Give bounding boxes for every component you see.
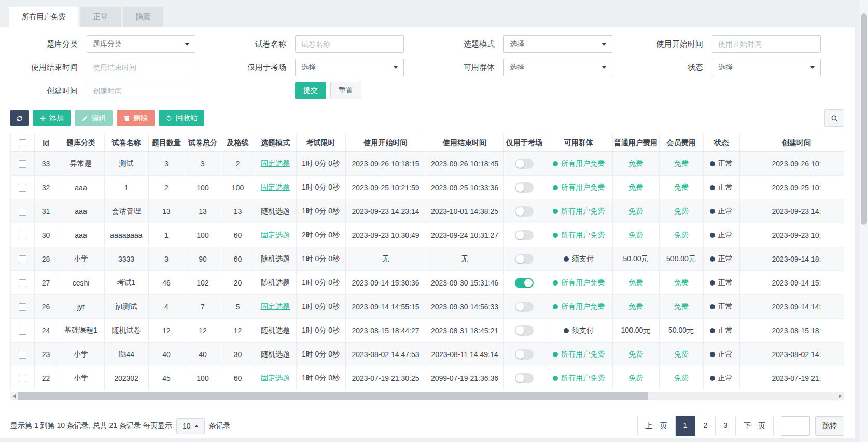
next-page-button[interactable]: 下一页	[736, 416, 774, 436]
exam-only-toggle[interactable]	[515, 206, 534, 217]
exam-only-toggle[interactable]	[515, 302, 534, 312]
selection-mode-text[interactable]: 固定选题	[261, 302, 290, 310]
filter-select[interactable]: 题库分类	[87, 35, 195, 53]
cell-pass-line: 2	[221, 152, 255, 176]
row-checkbox[interactable]	[19, 279, 26, 287]
cell-exam-only	[503, 223, 545, 247]
member-fee-text: 免费	[674, 374, 689, 382]
row-checkbox[interactable]	[19, 255, 26, 263]
page-size-dropdown[interactable]: 10	[176, 418, 205, 434]
cell-end-time: 无	[426, 247, 503, 271]
tab-1[interactable]: 所有用户免费	[9, 7, 78, 27]
row-checkbox[interactable]	[19, 303, 26, 311]
tab-3[interactable]: 隐藏	[123, 7, 163, 27]
select-value: 选择	[718, 63, 733, 72]
row-checkbox[interactable]	[19, 184, 26, 192]
selection-mode-text[interactable]: 固定选题	[261, 231, 290, 239]
scroll-left-arrow-icon[interactable]	[10, 392, 18, 400]
records-info-prefix: 显示第 1 到第 10 条记录, 总共 21 条记录 每页显示	[10, 421, 172, 431]
group-status-dot	[553, 352, 558, 357]
prev-page-button[interactable]: 上一页	[637, 416, 676, 436]
refresh-button[interactable]	[10, 110, 29, 126]
reset-button[interactable]: 重置	[330, 82, 361, 99]
group-status-dot	[553, 376, 558, 381]
exam-only-toggle[interactable]	[515, 373, 534, 383]
row-checkbox[interactable]	[19, 351, 26, 359]
page-button-2[interactable]: 2	[695, 416, 716, 436]
selection-mode-text[interactable]: 固定选题	[261, 159, 290, 167]
exam-only-toggle[interactable]	[515, 159, 534, 169]
column-header-3: 试卷名称	[104, 134, 148, 152]
cell-created-time: 2023-09-25 10:	[739, 176, 844, 199]
cell-group: 所有用户免费	[545, 271, 612, 295]
jump-button[interactable]: 跳转	[815, 416, 844, 436]
cell-member-fee: 免费	[659, 152, 703, 176]
cell-status: 正常	[703, 223, 739, 247]
row-checkbox[interactable]	[19, 160, 26, 168]
delete-button[interactable]: 删除	[117, 110, 155, 126]
v-scroll-thumb[interactable]	[861, 13, 867, 225]
filter-label: 选题模式	[427, 39, 495, 49]
selection-mode-text[interactable]: 固定选题	[261, 183, 290, 191]
exam-only-toggle[interactable]	[515, 278, 534, 288]
selection-mode-text[interactable]: 固定选题	[261, 374, 290, 382]
cell-paper-name: 随机试卷	[104, 319, 148, 343]
column-header-12: 可用群体	[545, 134, 612, 152]
page-button-1[interactable]: 1	[676, 416, 696, 436]
add-button[interactable]: 添加	[33, 110, 71, 126]
row-checkbox[interactable]	[19, 208, 26, 216]
filter-select[interactable]: 选择	[503, 35, 612, 53]
group-status-dot	[553, 280, 558, 286]
exam-only-toggle[interactable]	[515, 230, 534, 240]
cell-question-count: 1	[148, 223, 185, 247]
horizontal-scrollbar[interactable]	[10, 392, 844, 400]
page-button-3[interactable]: 3	[716, 416, 736, 436]
column-header-7: 选题模式	[255, 134, 296, 152]
recycle-bin-button[interactable]: 回收站	[159, 110, 204, 126]
exam-only-toggle[interactable]	[515, 254, 534, 264]
scroll-right-arrow-icon[interactable]	[836, 392, 844, 400]
page-size-value: 10	[183, 422, 191, 430]
cell-created-time: 2023-09-14 14:	[739, 295, 844, 319]
filter-select[interactable]: 选择	[295, 59, 404, 76]
filter-select[interactable]: 选择	[712, 59, 821, 76]
filter-input[interactable]	[295, 35, 404, 53]
cell-member-fee: 免费	[659, 295, 703, 319]
filter-section: 题库分类题库分类试卷名称选题模式选择使用开始时间使用结束时间仅用于考场选择可用群…	[0, 27, 855, 105]
select-all-checkbox[interactable]	[19, 139, 26, 147]
jump-page-input[interactable]	[781, 416, 810, 436]
cell-group: 所有用户免费	[545, 343, 612, 366]
column-header-2: 题库分类	[58, 134, 104, 152]
table-header-row: Id题库分类试卷名称题目数量试卷总分及格线选题模式考试限时使用开始时间使用结束时…	[11, 134, 844, 152]
cell-selection-mode: 固定选题	[255, 152, 296, 176]
filter-input[interactable]	[87, 59, 195, 76]
caret-up-icon	[194, 425, 199, 427]
cell-id: 30	[34, 223, 58, 247]
filter-input[interactable]	[712, 35, 821, 53]
edit-button[interactable]: 编辑	[75, 110, 113, 126]
vertical-scrollbar[interactable]	[860, 0, 868, 442]
cell-status: 正常	[703, 199, 739, 223]
row-checkbox[interactable]	[19, 375, 26, 382]
cell-group: 须支付	[545, 247, 612, 271]
filter-select[interactable]: 选择	[503, 59, 612, 76]
submit-button[interactable]: 提交	[295, 82, 326, 99]
exam-only-toggle[interactable]	[515, 325, 534, 336]
cell-pass-line: 100	[221, 176, 255, 199]
exam-only-toggle[interactable]	[515, 182, 534, 193]
cell-time-limit: 1时 0分 0秒	[296, 319, 345, 343]
row-checkbox[interactable]	[19, 232, 26, 239]
cell-group: 须支付	[545, 319, 612, 343]
exam-only-toggle[interactable]	[515, 349, 534, 360]
group-status-dot	[564, 256, 569, 262]
h-scroll-thumb[interactable]	[18, 392, 648, 400]
row-checkbox[interactable]	[19, 327, 26, 335]
filter-input[interactable]	[87, 82, 195, 99]
tab-2[interactable]: 正常	[80, 7, 121, 27]
cell-end-time: 2023-09-24 10:31:27	[426, 223, 503, 247]
cell-question-count: 2	[148, 176, 185, 199]
search-button[interactable]	[824, 109, 844, 127]
column-header-5: 试卷总分	[185, 134, 221, 152]
cell-member-fee: 免费	[659, 199, 703, 223]
status-dot	[710, 256, 715, 262]
